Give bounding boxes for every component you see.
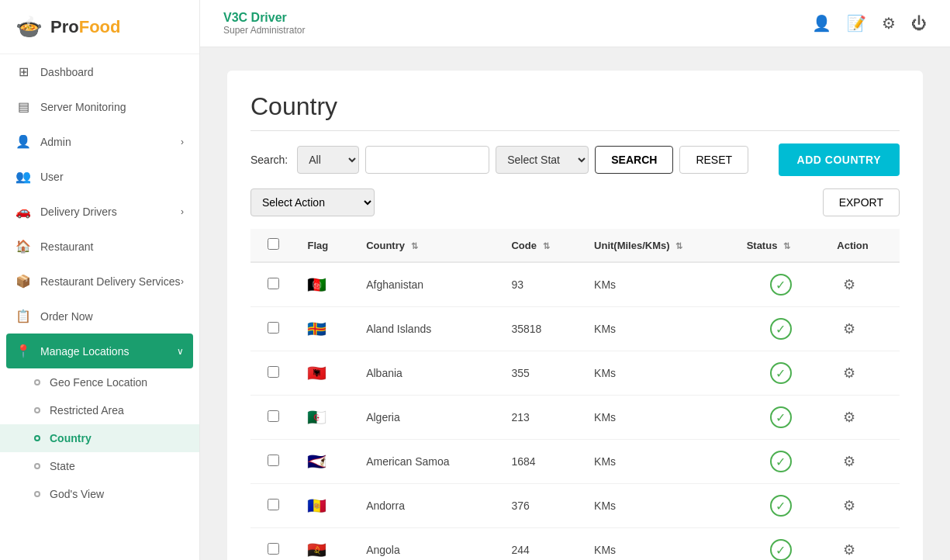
status-cell: ✓	[736, 351, 827, 396]
code-cell: 355	[500, 351, 583, 396]
country-code: 213	[511, 411, 529, 423]
unit-cell: KMs	[583, 396, 736, 440]
sidebar-sub-label: Geo Fence Location	[50, 376, 147, 389]
reset-button[interactable]: RESET	[679, 146, 748, 174]
sidebar-item-order-now[interactable]: 📋 Order Now	[0, 299, 199, 334]
export-button[interactable]: EXPORT	[823, 188, 900, 216]
country-code: 35818	[511, 323, 541, 335]
status-badge: ✓	[770, 406, 792, 428]
action-gear-button[interactable]: ⚙	[837, 449, 862, 474]
action-cell: ⚙	[826, 440, 900, 484]
country-unit: KMs	[594, 367, 616, 379]
profile-icon[interactable]: 👤	[812, 14, 831, 33]
select-action-dropdown[interactable]: Select ActionDelete Selected	[250, 188, 375, 216]
search-input[interactable]	[365, 146, 489, 174]
sidebar-item-dashboard[interactable]: ⊞ Dashboard	[0, 54, 199, 89]
sidebar-item-restricted-area[interactable]: Restricted Area	[0, 396, 199, 424]
row-checkbox[interactable]	[268, 366, 279, 378]
sidebar-item-label: Server Monitoring	[40, 101, 126, 113]
unit-cell: KMs	[583, 262, 736, 307]
country-unit: KMs	[594, 544, 616, 556]
table-row: 🇦🇸 American Samoa 1684 KMs ✓ ⚙	[250, 440, 900, 484]
sidebar-item-manage-locations[interactable]: 📍 Manage Locations ∨	[6, 334, 193, 368]
country-code: 355	[511, 367, 529, 379]
search-button[interactable]: SEARCH	[595, 146, 673, 174]
dot-icon	[34, 407, 40, 413]
country-unit: KMs	[594, 411, 616, 423]
country-code: 1684	[511, 455, 535, 468]
page-card: Country Search: AllCountryCode Select St…	[227, 71, 923, 560]
country-name-cell: Aland Islands	[355, 307, 500, 351]
sidebar-item-label: User	[40, 171, 64, 183]
code-cell: 213	[500, 396, 583, 440]
page-content: Country Search: AllCountryCode Select St…	[200, 47, 950, 560]
action-gear-button[interactable]: ⚙	[837, 361, 862, 385]
settings-icon[interactable]: ⚙	[882, 14, 896, 33]
row-checkbox[interactable]	[268, 455, 279, 466]
country-flag: 🇦🇱	[307, 365, 326, 382]
country-table: Flag Country ⇅ Code ⇅ Unit(Miles/KMs)	[250, 229, 900, 560]
country-code: 244	[511, 544, 529, 556]
sidebar-item-delivery-drivers[interactable]: 🚗 Delivery Drivers ›	[0, 194, 199, 229]
sort-icon[interactable]: ⇅	[783, 241, 790, 251]
sidebar-item-admin[interactable]: 👤 Admin ›	[0, 124, 199, 159]
country-name-cell: Algeria	[355, 396, 500, 440]
table-header-country: Country ⇅	[355, 229, 500, 262]
row-checkbox[interactable]	[268, 278, 279, 289]
action-gear-button[interactable]: ⚙	[837, 493, 862, 518]
country-code: 93	[511, 278, 523, 291]
status-badge: ✓	[770, 539, 792, 560]
sidebar-item-server-monitoring[interactable]: ▤ Server Monitoring	[0, 89, 199, 124]
sidebar-item-state[interactable]: State	[0, 452, 199, 480]
action-gear-button[interactable]: ⚙	[837, 405, 862, 430]
chevron-icon: ∨	[177, 346, 184, 357]
dot-icon	[34, 379, 40, 385]
row-checkbox-cell	[250, 396, 296, 440]
user-icon: 👥	[16, 169, 31, 184]
row-checkbox[interactable]	[268, 410, 279, 422]
sidebar-item-restaurant-delivery[interactable]: 📦 Restaurant Delivery Services ›	[0, 264, 199, 299]
order-icon: 📋	[16, 309, 31, 323]
sidebar-item-label: Restaurant Delivery Services	[40, 275, 181, 288]
sidebar-item-label: Order Now	[40, 310, 93, 323]
logo: 🍲 ProFood	[0, 0, 199, 54]
sidebar-sub-label: Country	[50, 432, 92, 444]
sidebar-item-country[interactable]: Country	[0, 424, 199, 452]
status-select[interactable]: Select Stat Active Inactive	[496, 146, 589, 174]
action-gear-button[interactable]: ⚙	[837, 272, 862, 297]
header-username: V3C Driver	[223, 11, 305, 25]
row-checkbox[interactable]	[268, 543, 279, 555]
power-icon[interactable]: ⏻	[911, 15, 927, 33]
country-name: Angola	[366, 544, 400, 556]
sidebar-item-gods-view[interactable]: God's View	[0, 480, 199, 508]
country-name: American Samoa	[366, 455, 449, 468]
sidebar-item-restaurant[interactable]: 🏠 Restaurant	[0, 229, 199, 264]
unit-cell: KMs	[583, 307, 736, 351]
row-checkbox[interactable]	[268, 499, 279, 510]
country-flag: 🇦🇸	[307, 453, 326, 470]
add-country-button[interactable]: ADD COUNTRY	[779, 143, 900, 176]
action-gear-button[interactable]: ⚙	[837, 538, 862, 560]
action-gear-button[interactable]: ⚙	[837, 316, 862, 341]
flag-cell: 🇦🇴	[296, 528, 355, 561]
country-flag: 🇦🇴	[307, 541, 326, 558]
action-cell: ⚙	[826, 396, 900, 440]
country-name: Albania	[366, 367, 402, 379]
table-header-flag: Flag	[296, 229, 355, 262]
notes-icon[interactable]: 📝	[847, 14, 866, 33]
sort-icon[interactable]: ⇅	[411, 241, 418, 251]
table-row: 🇩🇿 Algeria 213 KMs ✓ ⚙	[250, 396, 900, 440]
status-badge: ✓	[770, 274, 792, 296]
row-checkbox[interactable]	[268, 322, 279, 334]
country-name-cell: American Samoa	[355, 440, 500, 484]
sort-icon[interactable]: ⇅	[543, 241, 550, 251]
main-content: V3C Driver Super Administrator 👤 📝 ⚙ ⏻ C…	[200, 0, 950, 560]
sort-icon[interactable]: ⇅	[675, 241, 682, 251]
code-cell: 35818	[500, 307, 583, 351]
sidebar-item-geo-fence[interactable]: Geo Fence Location	[0, 368, 199, 396]
unit-cell: KMs	[583, 440, 736, 484]
status-cell: ✓	[736, 484, 827, 528]
select-all-checkbox[interactable]	[268, 238, 279, 250]
sidebar-item-user[interactable]: 👥 User	[0, 159, 199, 194]
search-type-select[interactable]: AllCountryCode	[297, 146, 359, 174]
